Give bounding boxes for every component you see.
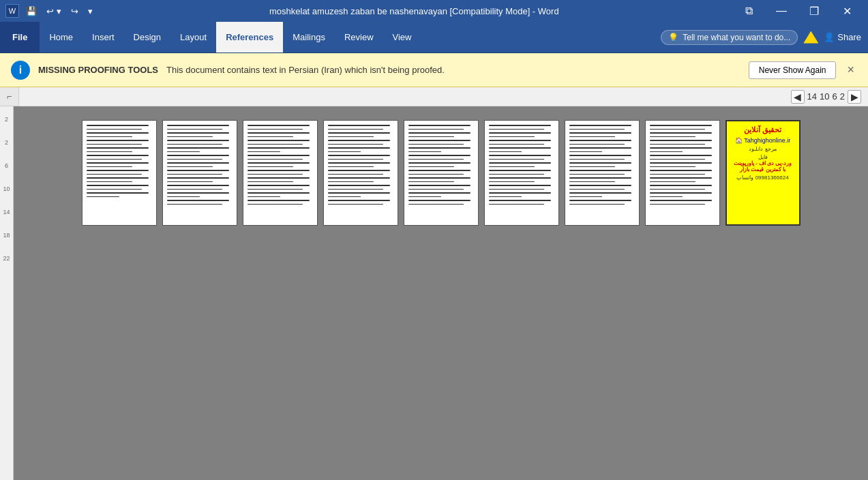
notification-title: MISSING PROOFING TOOLS (38, 65, 158, 75)
zoom-controls: ◀ 14 10 6 2 ▶ (791, 90, 861, 104)
zoom-value-2: 10 (820, 91, 829, 102)
ruler-mark-6: 6 (5, 162, 8, 169)
customize-button[interactable]: ▾ (85, 5, 95, 18)
maximize-button[interactable]: ❐ (798, 0, 830, 22)
ribbon-right: 💡 Tell me what you want to do... 👤 Share (661, 22, 868, 52)
pages-row: // We'll generate pages inline (82, 120, 800, 226)
page-2[interactable] (162, 120, 237, 226)
zoom-value-1: 14 (807, 91, 817, 102)
word-icon: W (5, 4, 19, 18)
zoom-next-button[interactable]: ▶ (848, 90, 861, 104)
notification-message: This document contains text in Persian (… (166, 65, 740, 75)
zoom-value-4: 2 (840, 91, 845, 102)
page-4[interactable] (323, 120, 398, 226)
window-title: moshkelat amuzesh zaban be nashenavayan … (95, 6, 733, 16)
notification-close-button[interactable]: × (844, 60, 857, 80)
ruler-mark-10: 10 (3, 185, 10, 192)
warning-icon (803, 31, 818, 44)
ruler-mark-18: 18 (3, 232, 10, 239)
page-3[interactable] (243, 120, 318, 226)
tab-insert[interactable]: Insert (83, 22, 124, 52)
info-icon: i (11, 61, 30, 80)
notification-bar: i MISSING PROOFING TOOLS This document c… (0, 53, 868, 87)
redo-button[interactable]: ↪ (68, 5, 81, 18)
zoom-value-3: 6 (833, 91, 837, 102)
ad-line5: 09981366624 واتساپ (736, 175, 788, 181)
ad-phone: 09981366624 (755, 175, 789, 181)
ribbon: File Home Insert Design Layout Reference… (0, 22, 868, 53)
ruler-mark-14: 14 (3, 209, 10, 215)
minimize-button[interactable]: — (766, 0, 797, 22)
tab-mailings[interactable]: Mailings (283, 22, 335, 52)
ad-logo: 🏠 Tahghighonline.ir (735, 137, 790, 144)
ruler-bar: ⌐ ◀ 14 10 6 2 ▶ (0, 87, 868, 106)
title-bar-controls: ⧉ — ❐ ✕ (733, 0, 863, 22)
tab-design[interactable]: Design (124, 22, 170, 52)
ruler-mark-2b: 2 (5, 139, 8, 146)
tell-me-input[interactable]: 💡 Tell me what you want to do... (661, 30, 798, 45)
ruler-mark-22: 22 (3, 255, 10, 262)
save-button[interactable]: 💾 (23, 5, 40, 18)
tab-view[interactable]: View (383, 22, 421, 52)
tell-me-text: Tell me what you want to do... (683, 33, 790, 42)
ad-line3: ورد-پی دی اف - پاورپوینت (734, 160, 792, 166)
ruler-mark-2: 2 (5, 116, 8, 123)
title-bar: W 💾 ↩ ▾ ↪ ▾ moshkelat amuzesh zaban be n… (0, 0, 868, 22)
title-bar-left: W 💾 ↩ ▾ ↪ ▾ (5, 4, 95, 18)
ruler-corner[interactable]: ⌐ (0, 87, 19, 106)
share-button[interactable]: 👤 Share (824, 32, 861, 42)
tab-home[interactable]: Home (40, 22, 83, 52)
page-5[interactable] (404, 120, 479, 226)
tab-references[interactable]: References (216, 22, 283, 52)
ad-line1: مرجع دانلـود (749, 146, 776, 152)
restore-window-button[interactable]: ⧉ (733, 0, 764, 22)
page-1[interactable] (82, 120, 157, 226)
never-show-again-button[interactable]: Never Show Again (749, 61, 837, 79)
ad-line4: با کمترین قیمت بازار (740, 166, 785, 172)
tab-layout[interactable]: Layout (170, 22, 216, 52)
close-button[interactable]: ✕ (831, 0, 863, 22)
ad-line2: فایل (758, 154, 768, 160)
page-9-ad[interactable]: تحقیق آنلاین 🏠 Tahghighonline.ir مرجع دا… (725, 120, 800, 226)
zoom-prev-button[interactable]: ◀ (791, 90, 805, 104)
main-area: 2 2 6 10 14 18 22 (0, 106, 868, 480)
lightbulb-icon: 💡 (668, 33, 678, 42)
tab-file[interactable]: File (0, 22, 40, 52)
person-icon: 👤 (824, 32, 835, 42)
page-7[interactable] (565, 120, 640, 226)
page-8[interactable] (645, 120, 720, 226)
share-label: Share (837, 32, 861, 42)
page-6[interactable] (484, 120, 559, 226)
tab-review[interactable]: Review (335, 22, 383, 52)
info-symbol: i (19, 64, 22, 76)
undo-button[interactable]: ↩ ▾ (44, 5, 64, 18)
ad-title: تحقیق آنلاین (744, 125, 781, 134)
left-ruler: 2 2 6 10 14 18 22 (0, 106, 14, 480)
document-area[interactable]: // We'll generate pages inline (14, 106, 868, 480)
